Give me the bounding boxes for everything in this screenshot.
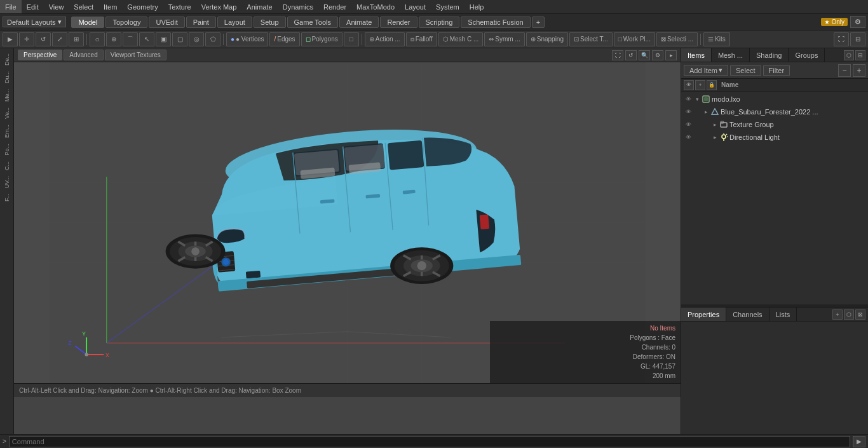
props-shrink-icon[interactable]: ⊠ [855, 309, 865, 320]
list-lock-icon[interactable]: 🔒 [707, 80, 717, 90]
expand-texgroup[interactable]: ▸ [712, 121, 718, 128]
eye-light[interactable]: 👁 [684, 133, 693, 142]
menu-vertex-map[interactable]: Vertex Map [196, 0, 242, 13]
props-expand-icon[interactable]: ⬡ [844, 309, 854, 320]
sidebar-item-em[interactable]: Em... [3, 122, 11, 140]
material-mode-button[interactable]: □ [344, 32, 359, 46]
select-through-button[interactable]: ⊡ Select T... [569, 32, 613, 46]
action-center-button[interactable]: ⊕ Action ... [365, 32, 405, 46]
add-item-button[interactable]: Add Item ▾ [684, 65, 728, 76]
tab-model[interactable]: Model [71, 17, 104, 28]
scale-tool-button[interactable]: ⤢ [52, 32, 67, 46]
sphere-tool-button[interactable]: ○ [90, 32, 105, 46]
edges-mode-button[interactable]: / Edges [269, 32, 299, 46]
tab-layout[interactable]: Layout [217, 17, 252, 28]
vp-search-icon[interactable]: 🔍 [639, 50, 650, 60]
expand-mesh[interactable]: ▸ [703, 109, 709, 115]
settings-button[interactable]: ⚙ [850, 16, 865, 28]
fullscreen-button[interactable]: ⛶ [834, 32, 849, 46]
tab-groups[interactable]: Groups [789, 48, 825, 62]
falloff-button[interactable]: ⧈ Falloff [406, 32, 437, 46]
select-tool-button[interactable]: ▶ [3, 32, 18, 46]
tab-render[interactable]: Render [380, 17, 417, 28]
layout-dropdown[interactable]: Default Layouts ▾ [3, 17, 66, 27]
sidebar-item-du[interactable]: Du... [3, 69, 11, 86]
eye-texgroup[interactable]: 👁 [684, 120, 693, 129]
sidebar-item-me[interactable]: Me... [3, 86, 11, 104]
items-tree[interactable]: 👁 ▾ modo.lxo 👁 ▸ [681, 92, 868, 304]
select-button[interactable]: Select [730, 65, 761, 76]
menu-maxtomodo[interactable]: MaxToModo [351, 0, 400, 13]
props-tab-lists[interactable]: Lists [770, 308, 797, 321]
vp-tab-advanced[interactable]: Advanced [64, 50, 103, 60]
props-tab-properties[interactable]: Properties [681, 308, 726, 321]
items-minus-button[interactable]: − [838, 64, 851, 77]
tab-scripting[interactable]: Scripting [419, 17, 460, 28]
vp-refresh-icon[interactable]: ↺ [625, 50, 637, 60]
sidebar-item-po[interactable]: Po... [3, 141, 11, 158]
sidebar-item-uv[interactable]: UV... [3, 173, 11, 191]
eye-mesh[interactable]: 👁 [684, 107, 693, 116]
vp-settings-icon[interactable]: ⚙ [652, 50, 663, 60]
layout-view-button[interactable]: ⊟ [850, 32, 865, 46]
list-eye-icon[interactable]: 👁 [684, 80, 694, 90]
move-tool-button[interactable]: ✛ [19, 32, 34, 46]
layout-plus-button[interactable]: + [532, 17, 545, 28]
expand-root[interactable]: ▾ [694, 96, 700, 102]
tab-game-tools[interactable]: Game Tools [287, 17, 339, 28]
sidebar-item-ve[interactable]: Ve... [3, 105, 11, 121]
items-shrink-icon[interactable]: ⊟ [855, 50, 865, 60]
menu-view[interactable]: View [44, 0, 69, 13]
props-tab-channels[interactable]: Channels [726, 308, 769, 321]
sidebar-item-f[interactable]: F... [3, 191, 11, 204]
menu-file[interactable]: File [0, 0, 22, 13]
snapping-button[interactable]: ⊕ Snapping [526, 32, 568, 46]
sidebar-item-de[interactable]: De... [3, 51, 11, 68]
tab-uvedit[interactable]: UVEdit [149, 17, 184, 28]
props-plus-button[interactable]: + [832, 309, 843, 320]
tab-shading[interactable]: Shading [750, 48, 789, 62]
vertices-mode-button[interactable]: ● ● Vertices [226, 32, 268, 46]
vp-more-icon[interactable]: ▸ [665, 50, 677, 60]
rect-select-button[interactable]: ▣ [156, 32, 171, 46]
vp-maximize-icon[interactable]: ⛶ [612, 50, 623, 60]
pentagon-button[interactable]: ⬠ [205, 32, 220, 46]
lasso-tool-button[interactable]: ⌒ [123, 32, 138, 46]
viewport[interactable]: Perspective Advanced Viewport Textures ⛶… [14, 48, 681, 434]
menu-edit[interactable]: Edit [22, 0, 44, 13]
viewport-canvas[interactable]: X Y Z No Items Polygons : Face Channels:… [14, 62, 681, 383]
kits-button[interactable]: ☰ Kits [703, 32, 730, 46]
items-expand-icon[interactable]: ⬡ [844, 50, 854, 60]
work-plane-button[interactable]: □ Work Pl... [614, 32, 655, 46]
filter-button[interactable]: Filter [763, 65, 790, 76]
tree-row-texgroup[interactable]: 👁 ▸ Texture Group [681, 118, 868, 131]
tab-topology[interactable]: Topology [105, 17, 147, 28]
menu-texture[interactable]: Texture [163, 0, 196, 13]
tree-row-root[interactable]: 👁 ▾ modo.lxo [681, 93, 868, 105]
menu-animate[interactable]: Animate [241, 0, 277, 13]
symmetry-button[interactable]: ⇔ Symm ... [484, 32, 524, 46]
rotate-tool-button[interactable]: ↺ [36, 32, 51, 46]
grid-tool-button[interactable]: ⊕ [106, 32, 121, 46]
vp-tab-perspective[interactable]: Perspective [18, 50, 62, 60]
transform-tool-button[interactable]: ⊞ [69, 32, 84, 46]
selection-button[interactable]: ⊠ Selecti ... [656, 32, 698, 46]
square-button[interactable]: ▢ [172, 32, 187, 46]
vp-tab-textures[interactable]: Viewport Textures [105, 50, 166, 60]
items-plus-button[interactable]: + [853, 64, 865, 77]
expand-light[interactable]: ▸ [712, 134, 718, 140]
tree-row-mesh[interactable]: 👁 ▸ Blue_Subaru_Forester_2022 ... [681, 105, 868, 118]
menu-item[interactable]: Item [98, 0, 122, 13]
menu-dynamics[interactable]: Dynamics [278, 0, 318, 13]
command-execute-button[interactable]: ▶ [853, 436, 865, 447]
tree-row-light[interactable]: 👁 ▸ Directional Light [681, 131, 868, 144]
menu-layout[interactable]: Layout [400, 0, 431, 13]
menu-system[interactable]: System [431, 0, 465, 13]
mesh-display-button[interactable]: ⬡ Mesh C ... [438, 32, 484, 46]
tab-items[interactable]: Items [681, 48, 712, 62]
menu-geometry[interactable]: Geometry [122, 0, 163, 13]
menu-help[interactable]: Help [465, 0, 489, 13]
menu-select[interactable]: Select [69, 0, 98, 13]
eye-root[interactable]: 👁 [684, 95, 693, 104]
circle-button[interactable]: ◎ [189, 32, 204, 46]
